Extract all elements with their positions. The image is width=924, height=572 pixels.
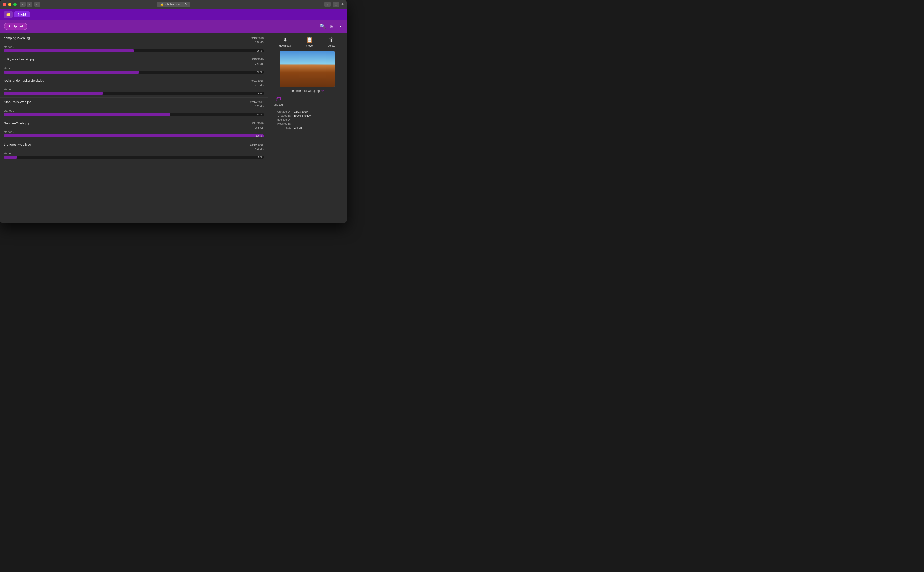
- file-date: 12/10/2018: [250, 143, 264, 147]
- toolbar-right: 🔍 ⊞ ⋮: [320, 23, 343, 29]
- file-status: started ...: [4, 45, 264, 48]
- tag-icon: 🏷: [275, 96, 281, 102]
- progress-label: 64 %: [257, 113, 262, 116]
- preview-filename: betonite hills web.jpeg: [290, 89, 320, 93]
- breadcrumb-bar: 📁 Night: [0, 9, 347, 20]
- file-status: started ...: [4, 131, 264, 134]
- file-meta: 9/13/2018 1.5 MB: [252, 36, 264, 44]
- file-name: rocks under jupiter 2web.jpg: [4, 79, 44, 82]
- download-icon: ⬇: [283, 37, 287, 43]
- titlebar: ‹ › ⧉ 🔒 qbfiles.com ↻ ⎋ ⊡ +: [0, 0, 347, 9]
- modified-by-value: [294, 122, 343, 125]
- lock-icon: 🔒: [160, 3, 163, 6]
- more-options-button[interactable]: ⋮: [338, 23, 343, 29]
- titlebar-right-controls: ⎋ ⊡ +: [324, 2, 344, 7]
- download-action[interactable]: ⬇ download: [279, 37, 291, 47]
- search-button[interactable]: 🔍: [320, 23, 326, 29]
- minimize-button[interactable]: [8, 3, 11, 6]
- delete-action[interactable]: 🗑 delete: [328, 37, 335, 47]
- progress-bar: [4, 156, 17, 159]
- file-name: the forest web.jpeg: [4, 143, 31, 146]
- progress-bar: [4, 92, 103, 95]
- size-value: 2.9 MB: [294, 126, 343, 129]
- share-button[interactable]: ⎋: [324, 2, 331, 7]
- progress-container: 100 %: [4, 134, 264, 137]
- file-size: 14.3 MB: [250, 147, 264, 151]
- file-name: camping 2web.jpg: [4, 36, 30, 40]
- file-item[interactable]: milky way tree v2.jpg 3/25/2020 1.6 MB s…: [0, 55, 268, 76]
- file-status: started ...: [4, 67, 264, 70]
- file-item[interactable]: rocks under jupiter 2web.jpg 9/21/2018 2…: [0, 76, 268, 98]
- file-size: 1.6 MB: [252, 62, 264, 66]
- panel-actions: ⬇ download 📋 move 🗑 delete: [272, 37, 343, 47]
- progress-label: 5 %: [258, 156, 262, 159]
- file-header: camping 2web.jpg 9/13/2018 1.5 MB: [4, 36, 264, 44]
- file-header: rocks under jupiter 2web.jpg 9/21/2018 2…: [4, 79, 264, 87]
- file-date: 9/21/2018: [252, 79, 264, 83]
- folder-icon[interactable]: 📁: [4, 11, 13, 18]
- progress-container: 5 %: [4, 156, 264, 159]
- reload-icon[interactable]: ↻: [185, 3, 187, 6]
- size-label: Size:: [272, 126, 294, 129]
- file-date: 12/14/2017: [250, 100, 264, 104]
- created-on-value: 11/13/2020: [294, 110, 343, 113]
- file-meta: 9/21/2018 2.4 MB: [252, 79, 264, 87]
- preview-image-inner: [280, 51, 334, 87]
- delete-label: delete: [328, 44, 335, 47]
- file-item[interactable]: Sunrise-2web.jpg 9/21/2018 963 KB starte…: [0, 119, 268, 140]
- main-layout: camping 2web.jpg 9/13/2018 1.5 MB starte…: [0, 33, 347, 223]
- move-action[interactable]: 📋 move: [306, 37, 313, 47]
- size-row: Size: 2.9 MB: [272, 126, 343, 129]
- maximize-button[interactable]: [13, 3, 17, 6]
- progress-bar: [4, 71, 139, 73]
- window-mode-button[interactable]: ⧉: [34, 2, 40, 7]
- progress-label: 100 %: [256, 135, 262, 137]
- nav-buttons: ‹ ›: [20, 2, 33, 7]
- progress-label: 38 %: [257, 92, 262, 95]
- url-text: qbfiles.com: [165, 3, 180, 6]
- address-bar[interactable]: 🔒 qbfiles.com ↻: [157, 2, 190, 7]
- upload-button[interactable]: ⬆ Upload: [4, 23, 27, 30]
- upload-icon: ⬆: [8, 25, 11, 28]
- toolbar: ⬆ Upload 🔍 ⊞ ⋮: [0, 20, 347, 33]
- file-header: Sunrise-2web.jpg 9/21/2018 963 KB: [4, 121, 264, 129]
- modified-on-value: [294, 118, 343, 121]
- grid-view-button[interactable]: ⊞: [330, 23, 334, 29]
- progress-container: 52 %: [4, 71, 264, 73]
- file-list: camping 2web.jpg 9/13/2018 1.5 MB starte…: [0, 33, 268, 223]
- breadcrumb-tab-night[interactable]: Night: [14, 11, 30, 17]
- new-tab-button[interactable]: +: [341, 2, 344, 7]
- more-icon: ⋮: [338, 23, 343, 29]
- created-on-label: Created On:: [272, 110, 294, 113]
- file-date: 3/25/2020: [252, 58, 264, 62]
- close-button[interactable]: [3, 3, 6, 6]
- progress-container: 38 %: [4, 92, 264, 95]
- download-label: download: [279, 44, 291, 47]
- file-size: 963 KB: [252, 126, 264, 130]
- back-button[interactable]: ‹: [20, 2, 25, 7]
- edit-filename-icon[interactable]: ✏: [321, 89, 324, 93]
- add-tag-label: add tag: [274, 103, 283, 106]
- file-name: milky way tree v2.jpg: [4, 58, 34, 61]
- file-size: 1.5 MB: [252, 40, 264, 45]
- add-tag-area[interactable]: 🏷 add tag: [274, 96, 283, 106]
- delete-icon: 🗑: [329, 37, 334, 43]
- file-item[interactable]: the forest web.jpeg 12/10/2018 14.3 MB s…: [0, 140, 268, 162]
- file-item[interactable]: camping 2web.jpg 9/13/2018 1.5 MB starte…: [0, 34, 268, 55]
- progress-container: 50 %: [4, 49, 264, 52]
- progress-label: 52 %: [257, 71, 262, 73]
- search-icon: 🔍: [320, 23, 326, 29]
- progress-bar: [4, 134, 264, 137]
- breadcrumb-tab-label: Night: [18, 12, 26, 16]
- preview-title-row: betonite hills web.jpeg ✏: [290, 89, 324, 93]
- file-date: 9/13/2018: [252, 36, 264, 40]
- file-meta: 9/21/2018 963 KB: [252, 121, 264, 129]
- file-meta: 12/14/2017 1.2 MB: [250, 100, 264, 108]
- split-view-button[interactable]: ⊡: [333, 2, 339, 7]
- file-item[interactable]: Star-Trails-Web.jpg 12/14/2017 1.2 MB st…: [0, 98, 268, 119]
- file-header: milky way tree v2.jpg 3/25/2020 1.6 MB: [4, 58, 264, 65]
- forward-button[interactable]: ›: [26, 2, 33, 7]
- progress-bar: [4, 113, 170, 116]
- traffic-lights: [3, 3, 17, 6]
- created-on-row: Created On: 11/13/2020: [272, 110, 343, 113]
